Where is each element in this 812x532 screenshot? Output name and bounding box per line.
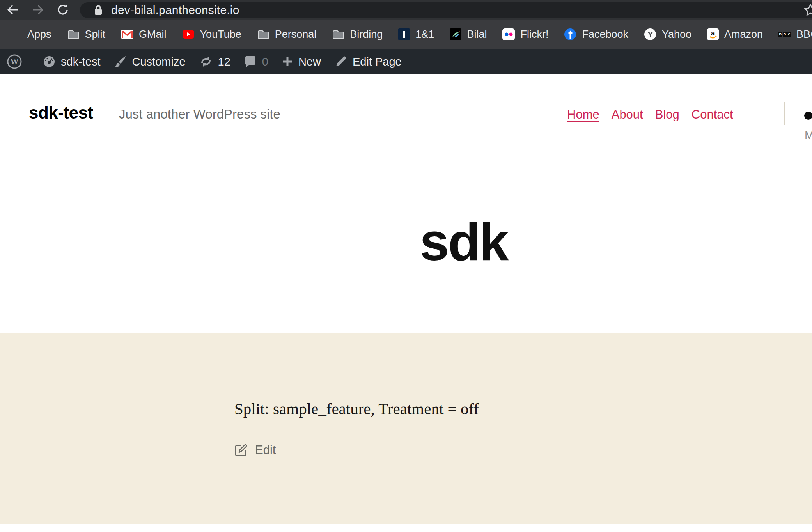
bookmark-split[interactable]: Split [67, 28, 106, 41]
apps-grid-icon [9, 28, 22, 41]
updates-icon [199, 55, 213, 69]
svg-text:W: W [11, 57, 19, 66]
customize-label: Customize [132, 55, 186, 68]
amazon-icon: a [707, 28, 719, 40]
back-arrow-icon [6, 3, 20, 16]
nav-link-home[interactable]: Home [567, 108, 599, 122]
folder-icon [67, 28, 80, 41]
wp-admin-bar: W sdk-test Customize [0, 49, 812, 74]
bookmark-label: Flickr! [520, 28, 548, 41]
new-label: New [298, 55, 321, 68]
bookmark-label: Amazon [724, 28, 763, 41]
split-treatment-text: Split: sample_feature, Treatment = off [234, 399, 479, 418]
folder-icon [332, 28, 344, 41]
url-bar[interactable]: dev-bilal.pantheonsite.io [80, 2, 812, 18]
header-divider [784, 102, 785, 125]
bookmark-bbc[interactable]: BBC BBC [778, 28, 812, 41]
bookmark-youtube[interactable]: YouTube [182, 28, 241, 41]
bookmark-label: GMail [139, 28, 167, 41]
back-button[interactable] [5, 2, 20, 17]
youtube-icon [182, 28, 195, 41]
edit-page-label: Edit Page [353, 55, 402, 68]
bookmark-birding[interactable]: Birding [332, 28, 383, 41]
bookmark-apps[interactable]: Apps [9, 28, 51, 41]
edit-link[interactable]: Edit [234, 443, 276, 457]
hummingbird-icon [450, 28, 461, 40]
admin-bar-customize[interactable]: Customize [107, 49, 192, 74]
split-section [0, 333, 812, 524]
bookmark-facebook[interactable]: Facebook [564, 28, 628, 41]
bookmark-1and1[interactable]: 1&1 [398, 28, 434, 41]
bookmark-label: Birding [350, 28, 383, 41]
bookmark-label: Split [85, 28, 106, 41]
admin-bar-edit-page[interactable]: Edit Page [328, 49, 408, 74]
bookmark-star-icon[interactable] [803, 4, 812, 17]
bookmark-label: Yahoo [662, 28, 691, 41]
footer-strip [0, 524, 812, 532]
gmail-icon [121, 28, 133, 41]
site-tagline: Just another WordPress site [119, 107, 280, 122]
bookmark-label: 1&1 [415, 28, 434, 41]
reload-button[interactable] [55, 2, 70, 17]
bookmark-label: Personal [275, 28, 317, 41]
bookmark-label: YouTube [200, 28, 241, 41]
reload-icon [56, 3, 69, 16]
nav-link-blog[interactable]: Blog [655, 108, 679, 122]
flickr-icon [502, 28, 515, 40]
edit-label: Edit [255, 443, 276, 457]
bookmark-amazon[interactable]: a Amazon [707, 28, 763, 41]
more-toggle-label[interactable]: M [805, 129, 812, 142]
bookmark-label: Facebook [582, 28, 628, 41]
dashboard-icon [43, 55, 56, 68]
one-and-one-icon [398, 28, 410, 40]
plus-icon [282, 56, 293, 67]
svg-text:a: a [711, 29, 715, 37]
facebook-icon [564, 28, 576, 41]
site-name-label: sdk-test [61, 55, 101, 68]
admin-bar-updates[interactable]: 12 [192, 49, 237, 74]
bookmark-bilal[interactable]: Bilal [450, 28, 487, 41]
nav-link-about[interactable]: About [612, 108, 643, 122]
bookmark-flickr[interactable]: Flickr! [502, 28, 548, 41]
comments-count: 0 [262, 55, 268, 68]
bbc-icon: BBC [778, 28, 791, 41]
comment-bubble-icon [244, 55, 257, 68]
browser-toolbar: dev-bilal.pantheonsite.io [0, 0, 812, 20]
edit-pencil-square-icon [234, 443, 248, 457]
wordpress-logo-icon: W [7, 54, 22, 69]
paintbrush-icon [114, 55, 127, 68]
admin-bar-new[interactable]: New [275, 49, 328, 74]
updates-count: 12 [218, 55, 230, 68]
admin-bar-comments[interactable]: 0 [237, 49, 275, 74]
bookmark-yahoo[interactable]: Yahoo [644, 28, 691, 41]
folder-icon [257, 28, 269, 41]
pencil-icon [334, 55, 347, 68]
bookmarks-bar: Apps Split GMail YouTube [0, 20, 812, 49]
forward-arrow-icon [31, 3, 44, 16]
bookmark-gmail[interactable]: GMail [121, 28, 167, 41]
primary-nav: Home About Blog Contact [567, 108, 733, 122]
bookmark-label: BBC [796, 28, 812, 41]
site-title[interactable]: sdk-test [29, 103, 93, 122]
bookmark-label: Apps [27, 28, 51, 41]
bookmark-label: Bilal [467, 28, 487, 41]
forward-button[interactable] [30, 2, 45, 17]
wp-logo-menu[interactable]: W [5, 49, 29, 74]
nav-link-contact[interactable]: Contact [691, 108, 733, 122]
more-toggle-dot-icon[interactable] [804, 112, 812, 120]
admin-bar-site-name[interactable]: sdk-test [36, 49, 107, 74]
site-logo-sdk: sdk [420, 215, 505, 268]
bookmark-personal[interactable]: Personal [257, 28, 317, 41]
yahoo-icon [644, 28, 656, 41]
url-text: dev-bilal.pantheonsite.io [111, 4, 239, 17]
lock-icon [93, 4, 103, 16]
